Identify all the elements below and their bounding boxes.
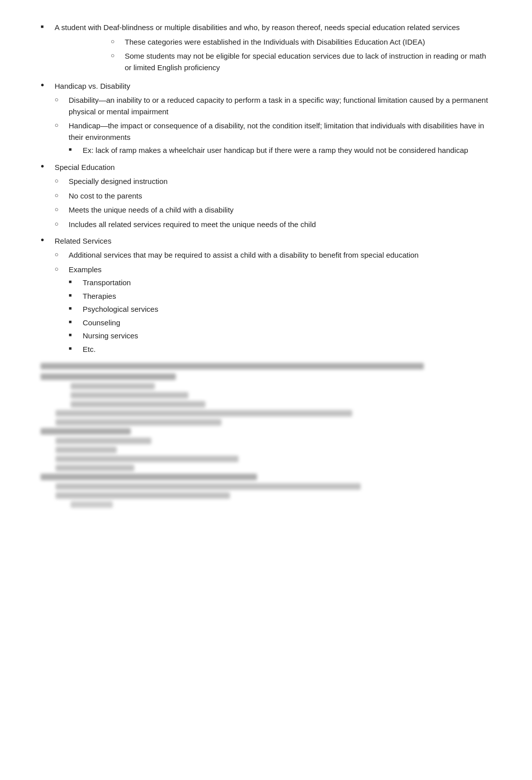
related-services-sublist: Additional services that may be required… [55, 250, 491, 355]
list-item-related-services: Related Services Additional services tha… [41, 235, 491, 355]
list-item: Some students may not be eligible for sp… [111, 51, 491, 73]
page-content: A student with Deaf-blindness or multipl… [41, 22, 491, 508]
examples-sublist: Transportation Therapies Psychological s… [69, 277, 491, 355]
list-item: Disability—an inability to or a reduced … [55, 95, 491, 117]
list-item: Additional services that may be required… [55, 250, 491, 261]
list-item-etc: Etc. [69, 344, 491, 355]
list-item-transportation: Transportation [69, 277, 491, 289]
list-item-therapies: Therapies [69, 291, 491, 302]
list-item-examples: Examples Transportation Therapies Psycho… [55, 264, 491, 355]
list-item: No cost to the parents [55, 190, 491, 202]
list-item: Handicap—the impact or consequence of a … [55, 120, 491, 156]
list-item: A student with Deaf-blindness or multipl… [41, 22, 491, 34]
main-list: Handicap vs. Disability Disability—an in… [41, 80, 491, 355]
list-item: Includes all related services required t… [55, 219, 491, 231]
list-item: These categories were established in the… [111, 37, 491, 48]
list-item-psychological: Psychological services [69, 304, 491, 315]
list-item: Specially designed instruction [55, 176, 491, 187]
list-item-handicap: Handicap vs. Disability Disability—an in… [41, 80, 491, 156]
handicap-examples: Ex: lack of ramp makes a wheelchair user… [69, 145, 491, 156]
intro-bullet-list: A student with Deaf-blindness or multipl… [41, 22, 491, 34]
blurred-content [41, 363, 491, 508]
list-item: Ex: lack of ramp makes a wheelchair user… [69, 145, 491, 156]
list-item: Meets the unique needs of a child with a… [55, 205, 491, 216]
list-item-nursing: Nursing services [69, 330, 491, 342]
handicap-sublist: Disability—an inability to or a reduced … [55, 95, 491, 156]
list-item-special-education: Special Education Specially designed ins… [41, 161, 491, 230]
intro-level2-list: These categories were established in the… [41, 37, 491, 74]
special-education-sublist: Specially designed instruction No cost t… [55, 176, 491, 230]
list-item-counseling: Counseling [69, 317, 491, 329]
